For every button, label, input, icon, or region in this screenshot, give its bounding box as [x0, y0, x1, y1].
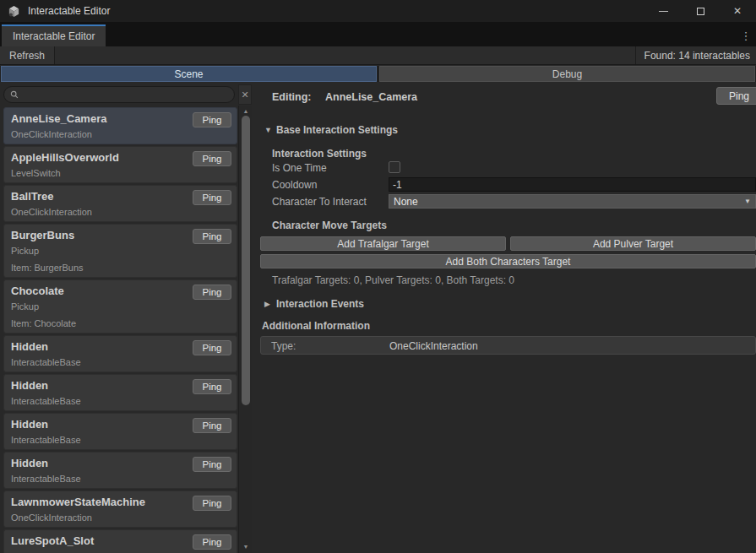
- move-targets-header: Character Move Targets: [272, 220, 387, 231]
- additional-info-header: Additional Information: [262, 320, 370, 332]
- list-item[interactable]: BurgerBuns Ping Pickup Item: BurgerBuns: [3, 224, 237, 278]
- list-item-name: AppleHillsOverworld: [11, 151, 119, 164]
- scene-list-panel: ✕ AnneLise_Camera Ping OneClickInteracti…: [0, 82, 253, 553]
- app-cube-icon: [8, 5, 20, 18]
- ping-button[interactable]: Ping: [193, 151, 231, 166]
- maximize-button[interactable]: [682, 0, 719, 22]
- ping-button[interactable]: Ping: [193, 190, 231, 205]
- window-title: Interactable Editor: [28, 5, 110, 17]
- list-scrollbar[interactable]: ▲ ▼: [238, 106, 252, 553]
- interaction-settings-header: Interaction Settings: [272, 148, 367, 160]
- add-trafalgar-target-button[interactable]: Add Trafalgar Target: [260, 236, 506, 251]
- character-to-interact-dropdown[interactable]: None ▼: [389, 194, 756, 209]
- cooldown-label: Cooldown: [272, 179, 317, 191]
- list-item[interactable]: AnneLise_Camera Ping OneClickInteraction: [3, 107, 237, 144]
- type-label: Type:: [271, 340, 296, 352]
- foldout-collapsed-icon: ▶: [264, 300, 271, 308]
- refresh-button[interactable]: Refresh: [0, 46, 55, 64]
- scroll-up-icon[interactable]: ▲: [239, 106, 253, 116]
- list-item[interactable]: Hidden Ping InteractableBase: [3, 374, 237, 411]
- list-item-type: LevelSwitch: [11, 168, 61, 178]
- add-pulver-target-button[interactable]: Add Pulver Target: [510, 236, 756, 251]
- ping-button[interactable]: Ping: [193, 229, 231, 244]
- close-button[interactable]: ✕: [719, 0, 756, 22]
- interaction-events-foldout[interactable]: ▶ Interaction Events: [264, 298, 364, 310]
- list-item-detail: Item: BurgerBuns: [11, 263, 84, 273]
- list-item[interactable]: LawnmowerStateMachine Ping OneClickInter…: [3, 491, 237, 528]
- list-item[interactable]: Hidden Ping InteractableBase: [3, 413, 237, 450]
- search-clear-button[interactable]: ✕: [238, 84, 252, 105]
- list-item[interactable]: AppleHillsOverworld Ping LevelSwitch: [3, 146, 237, 183]
- list-item-name: LureSpotA_Slot: [11, 534, 94, 547]
- list-item-type: InteractableBase: [11, 357, 81, 367]
- list-item-type: InteractableBase: [11, 435, 81, 445]
- title-bar: Interactable Editor ✕: [0, 0, 756, 22]
- type-value: OneClickInteraction: [389, 340, 478, 352]
- list-item-type: Pickup: [11, 246, 39, 256]
- interaction-events-header: Interaction Events: [276, 298, 364, 310]
- is-one-time-label: Is One Time: [272, 162, 327, 174]
- ping-button[interactable]: Ping: [193, 418, 231, 433]
- search-box: [3, 86, 235, 103]
- list-item-name: Chocolate: [11, 285, 64, 297]
- list-item-name: LawnmowerStateMachine: [11, 496, 145, 508]
- list-item-type: OneClickInteraction: [11, 129, 92, 139]
- view-tabs: Scene Debug: [0, 66, 756, 82]
- interactable-list: AnneLise_Camera Ping OneClickInteraction…: [3, 107, 237, 553]
- add-both-targets-button[interactable]: Add Both Characters Target: [260, 254, 756, 268]
- base-settings-header: Base Interaction Settings: [276, 124, 398, 136]
- list-item-name: Hidden: [11, 418, 48, 431]
- tab-scene[interactable]: Scene: [1, 66, 377, 82]
- ping-button[interactable]: Ping: [193, 457, 231, 472]
- list-item-type: InteractableBase: [11, 474, 81, 484]
- list-item[interactable]: Hidden Ping InteractableBase: [3, 335, 237, 372]
- list-item-type: OneClickInteraction: [11, 512, 92, 523]
- list-item[interactable]: Chocolate Ping Pickup Item: Chocolate: [3, 279, 237, 333]
- editing-value: AnneLise_Camera: [325, 91, 417, 103]
- ping-button[interactable]: Ping: [193, 534, 231, 550]
- foldout-expanded-icon: ▼: [264, 126, 271, 134]
- list-item-name: Hidden: [11, 457, 48, 469]
- editing-ping-button[interactable]: Ping: [716, 87, 756, 105]
- search-input[interactable]: [23, 89, 227, 100]
- list-item-name: Hidden: [11, 379, 48, 392]
- ping-button[interactable]: Ping: [193, 285, 231, 300]
- list-item-name: AnneLise_Camera: [11, 112, 106, 125]
- list-item-name: BallTree: [11, 190, 54, 203]
- list-item[interactable]: Hidden Ping InteractableBase: [3, 452, 237, 489]
- dock-tab-bar: Interactable Editor ⋮: [0, 22, 756, 46]
- maximize-icon: [697, 8, 704, 15]
- tab-interactable-editor[interactable]: Interactable Editor: [2, 24, 106, 46]
- minimize-button[interactable]: [645, 0, 682, 22]
- list-item[interactable]: BallTree Ping OneClickInteraction: [3, 185, 237, 222]
- targets-summary: Trafalgar Targets: 0, Pulver Targets: 0,…: [272, 274, 514, 286]
- search-icon: [10, 90, 19, 99]
- tab-debug[interactable]: Debug: [379, 66, 755, 82]
- scrollbar-thumb[interactable]: [242, 116, 250, 405]
- toolbar: Refresh Found: 14 interactables: [0, 46, 756, 65]
- is-one-time-checkbox[interactable]: [389, 161, 400, 173]
- scroll-down-icon[interactable]: ▼: [239, 541, 253, 551]
- list-item-type: InteractableBase: [11, 396, 81, 406]
- character-to-interact-value: None: [394, 196, 418, 208]
- cooldown-input[interactable]: [389, 177, 756, 192]
- dropdown-arrow-icon: ▼: [744, 198, 751, 205]
- ping-button[interactable]: Ping: [193, 112, 231, 127]
- interactable-editor-window: Interactable Editor ✕ Interactable Edito…: [0, 0, 756, 553]
- list-item-type: OneClickInteraction: [11, 207, 92, 217]
- tab-overflow-menu-icon[interactable]: ⋮: [739, 24, 753, 46]
- list-item-name: Hidden: [11, 340, 48, 353]
- list-item-type: Pickup: [11, 301, 39, 312]
- list-item[interactable]: LureSpotA_Slot Ping: [3, 529, 237, 553]
- minimize-icon: [659, 11, 668, 12]
- base-settings-foldout[interactable]: ▼ Base Interaction Settings: [264, 124, 398, 136]
- list-item-name: BurgerBuns: [11, 229, 74, 241]
- ping-button[interactable]: Ping: [193, 379, 231, 394]
- editing-label: Editing:: [272, 91, 312, 103]
- ping-button[interactable]: Ping: [193, 340, 231, 355]
- ping-button[interactable]: Ping: [193, 496, 231, 511]
- type-info-box: Type: OneClickInteraction: [260, 336, 756, 355]
- found-count-label: Found: 14 interactables: [635, 46, 756, 64]
- character-to-interact-label: Character To Interact: [272, 196, 367, 208]
- main-area: ✕ AnneLise_Camera Ping OneClickInteracti…: [0, 82, 756, 553]
